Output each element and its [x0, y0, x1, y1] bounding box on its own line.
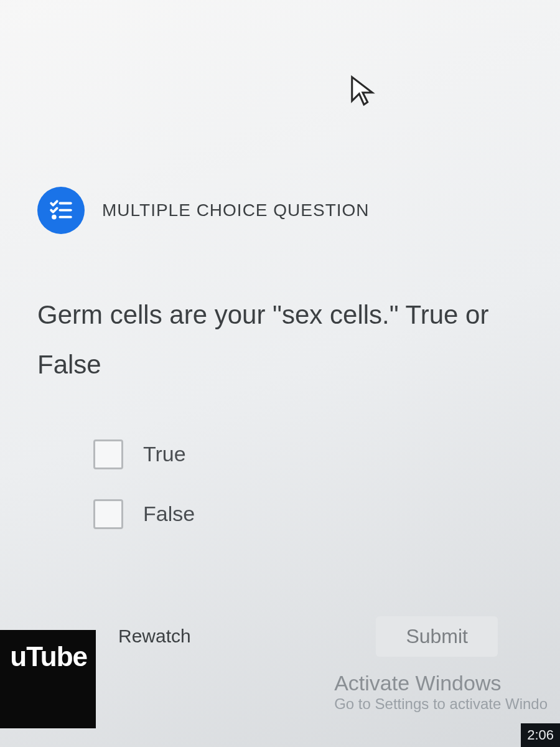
option-label: True: [143, 442, 186, 466]
checkbox-icon[interactable]: [93, 439, 123, 469]
taskbar-clock: 2:06: [521, 723, 560, 747]
app-viewport: MULTIPLE CHOICE QUESTION Germ cells are …: [0, 0, 560, 747]
watermark-subtitle: Go to Settings to activate Windo: [334, 695, 548, 713]
options-list: True False: [93, 439, 535, 529]
windows-activation-watermark: Activate Windows Go to Settings to activ…: [334, 671, 548, 713]
checkbox-icon[interactable]: [93, 499, 123, 529]
checklist-icon: [49, 197, 73, 223]
action-row: Rewatch Submit: [118, 616, 498, 657]
youtube-logo-fragment: uTube: [0, 630, 96, 728]
question-card: MULTIPLE CHOICE QUESTION Germ cells are …: [25, 174, 560, 682]
cursor-icon: [348, 75, 377, 110]
question-type-label: MULTIPLE CHOICE QUESTION: [102, 200, 370, 220]
question-header: MULTIPLE CHOICE QUESTION: [37, 187, 535, 234]
rewatch-button[interactable]: Rewatch: [118, 626, 191, 647]
question-type-badge: [37, 187, 85, 234]
question-text: Germ cells are your "sex cells." True or…: [37, 290, 535, 390]
submit-button[interactable]: Submit: [376, 616, 498, 657]
option-false[interactable]: False: [93, 499, 535, 529]
svg-point-2: [53, 216, 55, 218]
option-true[interactable]: True: [93, 439, 535, 469]
option-label: False: [143, 502, 195, 526]
watermark-title: Activate Windows: [334, 671, 548, 695]
